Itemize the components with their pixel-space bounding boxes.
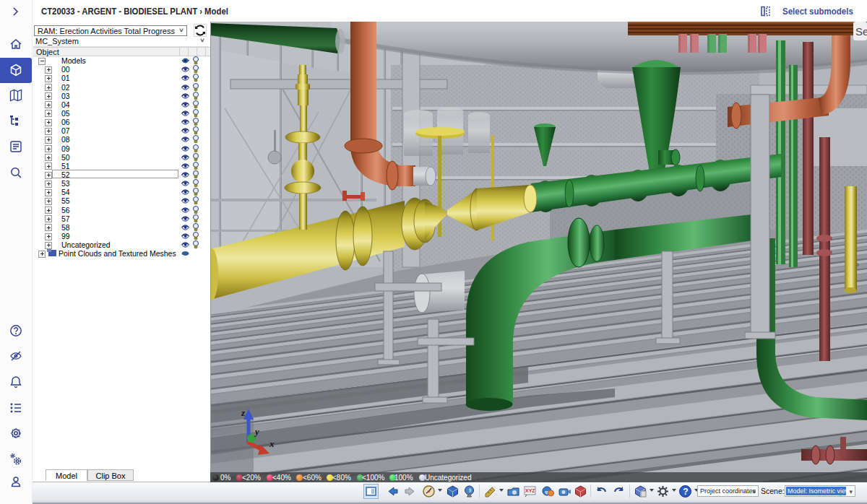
svg-text:?: ? [683,487,688,497]
svg-text:XYZ: XYZ [525,488,535,493]
svg-text:y: y [254,426,259,437]
svg-text:x: x [269,438,275,449]
svg-text:›: › [856,259,859,269]
svg-text:z: z [241,407,246,418]
svg-text:Se: Se [855,25,867,38]
